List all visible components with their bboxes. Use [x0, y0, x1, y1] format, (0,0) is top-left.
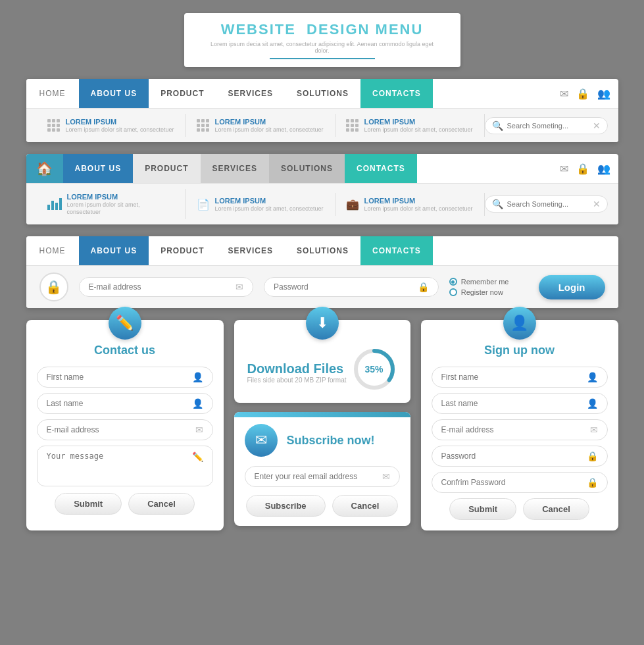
nav2-mail-icon[interactable]: ✉ — [560, 163, 568, 175]
nav1-sub-icon-2 — [197, 119, 210, 132]
signup-submit-button[interactable]: Submit — [449, 498, 516, 520]
nav2-sub-text-3: LOREM IPSUM Lorem ipsum dolor sit amet, … — [364, 197, 473, 212]
nav2-search-input[interactable] — [507, 200, 593, 208]
nav2-home-icon[interactable]: 🏠 — [26, 154, 63, 183]
signup-confirm-password-field[interactable]: 🔒 — [432, 472, 608, 493]
nav3-login-bar: 🔒 ✉ 🔒 Remember me Register now Login — [26, 265, 618, 308]
nav1-sub-text-3: LOREM IPSUM Lorem ipsum dolor sit amet, … — [364, 118, 473, 133]
register-now-item[interactable]: Register now — [449, 288, 528, 296]
login-email-icon: ✉ — [235, 282, 243, 292]
nav1-about[interactable]: ABOUT US — [79, 79, 149, 108]
signup-lastname-input[interactable] — [441, 399, 587, 408]
nav3-about[interactable]: ABOUT US — [79, 236, 149, 265]
nav3-home[interactable]: HOME — [26, 236, 79, 265]
contact-lastname-field[interactable]: 👤 — [37, 393, 213, 414]
nav1-product[interactable]: PRODUCT — [149, 79, 216, 108]
nav2-search-clear[interactable]: ✕ — [593, 199, 601, 209]
signup-card-buttons: Submit Cancel — [432, 498, 608, 520]
nav2-users-icon[interactable]: 👥 — [597, 163, 610, 175]
nav1-sub-item-3: LOREM IPSUM Lorem ipsum dolor sit amet, … — [335, 114, 485, 137]
subscribe-cancel-button[interactable]: Cancel — [332, 495, 399, 517]
nav3-services[interactable]: SERVICES — [216, 236, 285, 265]
nav2-sub-item-3: 💼 LOREM IPSUM Lorem ipsum dolor sit amet… — [335, 193, 485, 216]
contact-cancel-button[interactable]: Cancel — [128, 493, 195, 515]
nav1-lock-icon[interactable]: 🔒 — [576, 88, 589, 100]
nav3-product[interactable]: PRODUCT — [149, 236, 216, 265]
contact-message-field[interactable]: ✏️ — [37, 446, 213, 486]
nav1-services[interactable]: SERVICES — [216, 79, 285, 108]
nav1-contacts[interactable]: CONTACTS — [360, 79, 433, 108]
nav1-search-input[interactable] — [507, 122, 593, 130]
login-password-input[interactable] — [274, 282, 412, 292]
nav3-contacts[interactable]: CONTACTS — [360, 236, 433, 265]
nav1-subbar: LOREM IPSUM Lorem ipsum dolor sit amet, … — [26, 108, 618, 142]
signup-password-input[interactable] — [441, 452, 587, 461]
signup-firstname-input[interactable] — [441, 373, 587, 382]
nav2-lock-icon[interactable]: 🔒 — [576, 163, 589, 175]
signup-confirm-password-icon: 🔒 — [587, 477, 598, 488]
contact-card-icon: ✏️ — [109, 307, 141, 340]
signup-cancel-button[interactable]: Cancel — [523, 498, 589, 520]
subscribe-button[interactable]: Subscribe — [246, 495, 326, 517]
signup-lastname-field[interactable]: 👤 — [432, 393, 608, 414]
contact-lastname-input[interactable] — [47, 399, 192, 408]
subscribe-email-input[interactable] — [255, 472, 382, 481]
login-button[interactable]: Login — [539, 275, 605, 299]
subscribe-email-field[interactable]: ✉ — [245, 466, 400, 487]
remember-me-item[interactable]: Remember me — [449, 278, 528, 286]
login-password-field[interactable]: 🔒 — [264, 277, 439, 297]
register-now-label: Register now — [461, 288, 503, 296]
title-underline — [270, 58, 375, 59]
nav2-solutions[interactable]: SOLUTIONS — [269, 154, 345, 183]
nav3-container: HOME ABOUT US PRODUCT SERVICES SOLUTIONS… — [26, 236, 618, 308]
signup-firstname-field[interactable]: 👤 — [432, 367, 608, 388]
nav2-sub-item-2: 📄 LOREM IPSUM Lorem ipsum dolor sit amet… — [186, 193, 335, 216]
nav1-sub-icon-1 — [47, 119, 61, 132]
nav1-search-box[interactable]: 🔍 ✕ — [485, 117, 608, 134]
signup-email-input[interactable] — [441, 425, 590, 434]
signup-card: 👤 Sign up now 👤 👤 ✉ 🔒 🔒 Submit Cancel — [421, 320, 618, 530]
nav1-sub-text-1: LOREM IPSUM Lorem ipsum dolor sit amet, … — [66, 118, 174, 133]
contact-firstname-input[interactable] — [47, 373, 192, 382]
signup-confirm-password-input[interactable] — [441, 478, 587, 487]
nav1-container: HOME ABOUT US PRODUCT SERVICES SOLUTIONS… — [26, 79, 618, 142]
subscribe-icon-area: ✉ Subscribe now! — [234, 417, 410, 461]
contact-firstname-field[interactable]: 👤 — [37, 367, 213, 388]
nav2-about[interactable]: ABOUT US — [63, 154, 134, 183]
login-email-field[interactable]: ✉ — [79, 277, 254, 297]
nav1-search-clear[interactable]: ✕ — [593, 120, 601, 131]
contact-card-title: Contact us — [37, 344, 213, 357]
signup-password-field[interactable]: 🔒 — [432, 446, 608, 467]
subscribe-title: Subscribe now! — [287, 434, 375, 448]
nav1-solutions[interactable]: SOLUTIONS — [285, 79, 360, 108]
download-progress-label: 35% — [364, 364, 383, 374]
signup-email-field[interactable]: ✉ — [432, 419, 608, 440]
contact-firstname-icon: 👤 — [192, 372, 203, 382]
contact-card-buttons: Submit Cancel — [37, 493, 213, 515]
login-remember-box: Remember me Register now — [449, 278, 528, 296]
nav2-sub-item-1: LOREM IPSUM Lorem ipsum dolor sit amet, … — [37, 189, 186, 219]
register-radio[interactable] — [449, 288, 457, 296]
download-text: Download Files Files side about 20 MB ZI… — [247, 348, 347, 384]
nav2-search-box[interactable]: 🔍 ✕ — [485, 195, 608, 213]
nav1-users-icon[interactable]: 👥 — [597, 88, 610, 100]
download-title: Download Files — [247, 361, 347, 376]
signup-firstname-icon: 👤 — [587, 372, 598, 382]
nav1-bar: HOME ABOUT US PRODUCT SERVICES SOLUTIONS… — [26, 79, 618, 108]
nav2-product[interactable]: PRODUCT — [133, 154, 200, 183]
contact-email-field[interactable]: ✉ — [37, 419, 213, 440]
nav1-sub-item-2: LOREM IPSUM Lorem ipsum dolor sit amet, … — [186, 114, 335, 137]
contact-submit-button[interactable]: Submit — [55, 493, 122, 515]
contact-message-input[interactable] — [47, 452, 192, 480]
nav2-briefcase-icon: 💼 — [346, 198, 359, 211]
remember-radio[interactable] — [449, 278, 457, 286]
subscribe-email-icon: ✉ — [382, 471, 390, 482]
login-email-input[interactable] — [89, 282, 231, 292]
nav3-solutions[interactable]: SOLUTIONS — [285, 236, 360, 265]
nav2-services[interactable]: SERVICES — [201, 154, 269, 183]
nav1-mail-icon[interactable]: ✉ — [560, 88, 568, 100]
nav2-contacts[interactable]: CONTACTS — [345, 154, 417, 183]
nav1-home[interactable]: HOME — [26, 79, 79, 108]
nav1-search-icon: 🔍 — [492, 120, 503, 131]
contact-email-input[interactable] — [47, 425, 195, 434]
